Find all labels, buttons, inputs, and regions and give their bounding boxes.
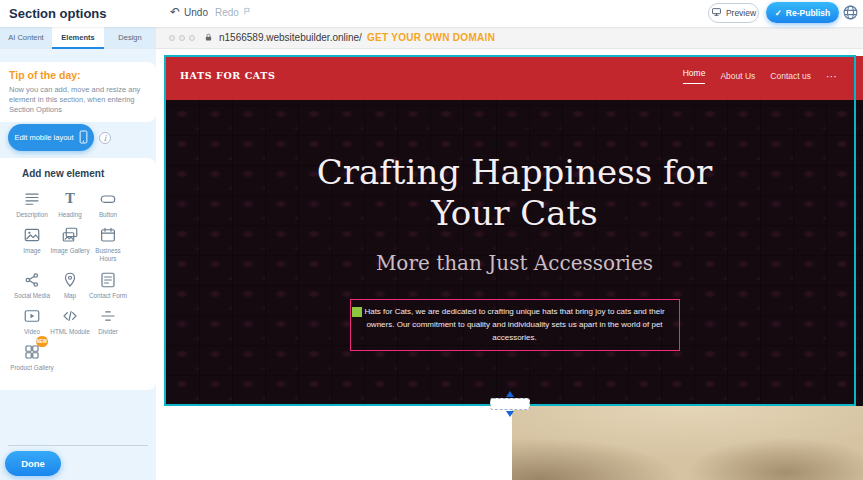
- nav-contact[interactable]: Contact us: [770, 71, 811, 81]
- heading-icon: T: [61, 189, 79, 209]
- hero-section: Crafting Happiness for Your Cats More th…: [166, 100, 863, 406]
- window-dot: [189, 35, 195, 41]
- edit-mobile-label: Edit mobile layout: [14, 133, 73, 142]
- browser-window-dots: [169, 35, 195, 41]
- monitor-icon: [711, 7, 722, 19]
- element-option-label: Contact Form: [89, 292, 127, 300]
- tab-label: Elements: [61, 33, 94, 42]
- element-drag-handle[interactable]: [352, 307, 362, 317]
- element-option-business-hours[interactable]: Business Hours: [86, 225, 130, 263]
- new-badge: NEW: [36, 336, 49, 347]
- tip-body: Now you can add, move and resize any ele…: [9, 85, 147, 115]
- undo-redo-group: ↶ Undo Redo: [170, 6, 252, 18]
- phone-icon: [79, 130, 88, 146]
- element-option-button[interactable]: Button: [86, 189, 130, 219]
- svg-text:T: T: [65, 191, 75, 206]
- window-dot: [179, 35, 185, 41]
- sidebar-tabs: AI Content Elements Design: [0, 27, 156, 49]
- sidebar-divider: [8, 445, 148, 446]
- done-button[interactable]: Done: [5, 451, 61, 476]
- hero-heading[interactable]: Crafting Happiness for Your Cats: [295, 152, 735, 235]
- element-option-label: Image: [23, 247, 41, 255]
- undo-icon: ↶: [170, 7, 180, 17]
- republish-button[interactable]: ✓ Re-Publish: [766, 2, 839, 23]
- redo-button[interactable]: Redo: [215, 6, 252, 18]
- tip-of-the-day-card: Tip of the day: Now you can add, move an…: [0, 62, 156, 122]
- nav-about[interactable]: About Us: [720, 71, 755, 81]
- edit-mobile-layout-button[interactable]: Edit mobile layout: [8, 124, 94, 151]
- tab-label: AI Content: [8, 33, 43, 42]
- site-preview-canvas: HATS FOR CATS Home About Us Contact us ⋯…: [156, 49, 863, 480]
- preview-label: Preview: [726, 8, 756, 18]
- tab-design[interactable]: Design: [104, 27, 156, 49]
- element-option-label: Product Gallery: [10, 364, 53, 372]
- check-icon: ✓: [775, 8, 782, 18]
- info-button[interactable]: i: [99, 132, 111, 144]
- site-nav: Home About Us Contact us ⋯: [683, 68, 837, 84]
- hero-subheading[interactable]: More than Just Accessories: [376, 251, 653, 275]
- site-url: n1566589.websitebuilder.online/: [219, 32, 362, 43]
- business-hours-icon: [99, 225, 117, 245]
- undo-button[interactable]: ↶ Undo: [170, 7, 208, 18]
- section-resize-control: [487, 391, 533, 417]
- element-option-label: HTML Module: [50, 328, 89, 336]
- element-grid: Description T Heading Button Image: [13, 189, 156, 372]
- site-header: HATS FOR CATS Home About Us Contact us ⋯: [166, 56, 863, 100]
- divider-icon: [99, 306, 117, 326]
- get-domain-link[interactable]: GET YOUR OWN DOMAIN: [367, 32, 495, 43]
- element-option-product-gallery[interactable]: NEW Product Gallery: [10, 342, 54, 372]
- undo-label: Undo: [184, 7, 208, 18]
- add-element-title: Add new element: [0, 158, 156, 179]
- resize-arrow-up-icon: [506, 391, 514, 397]
- element-option-label: Heading: [58, 211, 81, 219]
- done-label: Done: [21, 458, 45, 469]
- tip-title: Tip of the day:: [9, 69, 147, 81]
- element-option-label: Video: [24, 328, 40, 336]
- element-option-label: Social Media: [14, 292, 50, 300]
- element-option-label: Button: [99, 211, 117, 219]
- resize-arrow-down-icon: [506, 411, 514, 417]
- code-icon: [61, 306, 79, 326]
- language-globe-button[interactable]: [842, 4, 859, 21]
- element-option-label: Description: [16, 211, 48, 219]
- element-option-label: Business Hours: [86, 247, 130, 263]
- section-resize-handle[interactable]: [490, 398, 530, 410]
- hero-description-box[interactable]: Hats for Cats, we are dedicated to craft…: [350, 299, 680, 351]
- republish-label: Re-Publish: [786, 8, 830, 18]
- element-option-label: Divider: [98, 328, 118, 336]
- text-lines-icon: [23, 189, 41, 209]
- left-panel: Tip of the day: Now you can add, move an…: [0, 49, 156, 480]
- element-option-label: Map: [64, 292, 76, 300]
- lock-icon: [204, 29, 213, 47]
- info-icon: i: [104, 134, 107, 143]
- window-dot: [169, 35, 175, 41]
- button-icon: [99, 189, 117, 209]
- map-pin-icon: [61, 270, 79, 290]
- share-icon: [23, 270, 41, 290]
- element-option-label: Image Gallery: [50, 247, 89, 255]
- preview-button[interactable]: Preview: [708, 3, 759, 23]
- video-icon: [23, 306, 41, 326]
- publish-flag-icon: [243, 6, 252, 18]
- add-new-element-card: Add new element Description T Heading Bu…: [0, 158, 156, 390]
- nav-more-button[interactable]: ⋯: [826, 72, 837, 80]
- browser-chrome-bar: n1566589.websitebuilder.online/ GET YOUR…: [156, 27, 863, 49]
- image-icon: [23, 225, 41, 245]
- element-option-contact-form[interactable]: Contact Form: [86, 270, 130, 300]
- hero-description: Hats for Cats, we are dedicated to craft…: [360, 306, 670, 344]
- nav-home[interactable]: Home: [683, 68, 706, 84]
- contact-form-icon: [99, 270, 117, 290]
- tab-ai-content[interactable]: AI Content: [0, 27, 52, 49]
- tab-label: Design: [118, 33, 141, 42]
- top-toolbar: Section options ↶ Undo Redo Preview ✓ Re…: [0, 0, 863, 27]
- next-section-image: [512, 406, 863, 480]
- page-title: Section options: [9, 6, 107, 21]
- tab-elements[interactable]: Elements: [52, 27, 104, 49]
- redo-label: Redo: [215, 7, 239, 18]
- image-gallery-icon: [61, 225, 79, 245]
- product-gallery-icon: NEW: [23, 342, 41, 362]
- element-option-divider[interactable]: Divider: [86, 306, 130, 336]
- site-logo[interactable]: HATS FOR CATS: [180, 70, 275, 81]
